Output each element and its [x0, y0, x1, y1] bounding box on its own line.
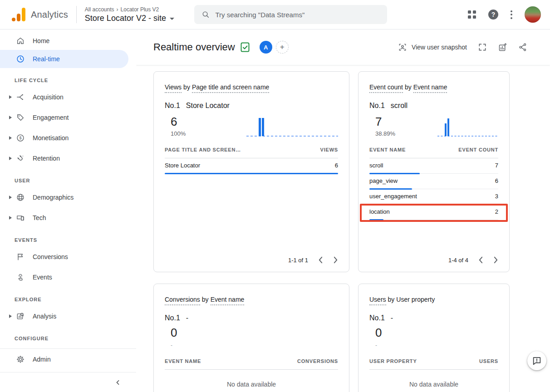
- green-check-doc-icon[interactable]: [241, 42, 250, 52]
- dimension-label[interactable]: Page title and screen name: [192, 83, 269, 93]
- sidebar-item-tech[interactable]: Tech: [0, 207, 136, 228]
- card-conversions: ConversionsbyEvent name No.1 - 0 - EVENT…: [153, 284, 349, 392]
- table-row[interactable]: Store Locator 6: [165, 158, 338, 174]
- collapse-sidebar-icon[interactable]: [114, 379, 122, 386]
- metric-label[interactable]: Conversions: [165, 296, 200, 305]
- row-value: 7: [495, 162, 498, 169]
- svg-text:$: $: [19, 136, 21, 140]
- comparison-chip-a[interactable]: A: [260, 41, 272, 54]
- top-entry: No.1 Store Locator: [165, 102, 338, 110]
- search-input[interactable]: [215, 11, 380, 19]
- view-user-snapshot-button[interactable]: View user snapshot: [398, 43, 467, 52]
- expand-arrow-icon: [9, 157, 12, 160]
- metric-percent: 38.89%: [375, 130, 395, 137]
- flag-icon: [15, 252, 25, 262]
- magnet-icon: [15, 153, 25, 163]
- table-row[interactable]: user_engagement 3: [369, 189, 498, 205]
- search-bar[interactable]: [194, 5, 387, 24]
- devices-icon: [15, 213, 25, 223]
- pagination-label: 1-1 of 1: [288, 257, 308, 264]
- sidebar-item-monetisation[interactable]: $ Monetisation: [0, 127, 136, 148]
- feedback-icon: [532, 356, 542, 366]
- next-page-icon[interactable]: [493, 256, 498, 264]
- property-selector[interactable]: Store Locator V2 - site: [85, 14, 174, 23]
- acquisition-icon: [15, 92, 25, 102]
- add-comparison-button[interactable]: +: [276, 41, 289, 54]
- breadcrumb-current[interactable]: Locator Plus V2: [121, 6, 159, 13]
- user-snapshot-icon: [398, 43, 407, 52]
- sidebar-item-label: Events: [33, 274, 52, 281]
- page-title: Realtime overview: [153, 41, 235, 53]
- row-value: 3: [495, 193, 498, 200]
- prev-page-icon[interactable]: [478, 256, 483, 264]
- help-icon[interactable]: ?: [488, 10, 498, 20]
- fullscreen-icon[interactable]: [478, 43, 487, 52]
- sidebar-item-label: Analysis: [33, 313, 56, 320]
- dimension-label[interactable]: Event name: [211, 296, 245, 305]
- expand-arrow-icon: [9, 136, 12, 140]
- sparkline-chart: [437, 113, 498, 137]
- share-icon[interactable]: [518, 43, 527, 52]
- row-name: page_view: [369, 177, 398, 184]
- column-header-dimension: EVENT NAME: [165, 358, 201, 364]
- sidebar-item-label: Demographics: [33, 194, 74, 201]
- card-title: Event countbyEvent name: [369, 83, 498, 91]
- metric-percent: 100%: [171, 130, 186, 137]
- sidebar-item-label: Conversions: [33, 253, 68, 260]
- metric-value: 7: [375, 115, 395, 128]
- rank-label: No.1: [165, 314, 180, 322]
- sidebar-item-home[interactable]: Home: [0, 32, 136, 50]
- chevron-down-icon: [170, 18, 174, 20]
- metric-value: 0: [375, 326, 382, 339]
- prev-page-icon[interactable]: [318, 256, 323, 264]
- tag-icon: [15, 113, 25, 122]
- rank-value: scroll: [391, 102, 408, 110]
- feedback-button[interactable]: [527, 351, 546, 370]
- breadcrumb-root[interactable]: All accounts: [85, 6, 114, 13]
- rank-label: No.1: [369, 314, 385, 322]
- metric-label[interactable]: Views: [165, 83, 182, 93]
- sidebar: Home Real-time LIFE CYCLE Acquisition En…: [0, 29, 136, 392]
- metric-percent: -: [171, 342, 177, 348]
- top-entry: No.1 -: [165, 314, 338, 322]
- table-row[interactable]: scroll 7: [369, 158, 498, 174]
- dimension-label[interactable]: Event name: [413, 83, 447, 93]
- metric-label[interactable]: Event count: [369, 83, 403, 93]
- rank-value: -: [186, 314, 188, 322]
- touch-icon: [15, 272, 25, 282]
- top-app-bar: Analytics All accounts › Locator Plus V2…: [0, 0, 550, 29]
- expand-arrow-icon: [9, 216, 12, 220]
- sidebar-item-engagement[interactable]: Engagement: [0, 107, 136, 127]
- sidebar-item-events[interactable]: Events: [0, 267, 136, 287]
- sidebar-item-demographics[interactable]: Demographics: [0, 187, 136, 207]
- sidebar-item-label: Retention: [33, 155, 60, 162]
- metric-percent: -: [375, 342, 382, 348]
- sidebar-item-realtime[interactable]: Real-time: [0, 50, 128, 68]
- sidebar-item-retention[interactable]: Retention: [0, 148, 136, 168]
- pagination: 1-4 of 4: [448, 256, 498, 264]
- table-row[interactable]: page_view 6: [369, 174, 498, 189]
- metric-value: 0: [171, 326, 177, 339]
- sidebar-section-explore: EXPLORE: [0, 287, 136, 306]
- card-users-by-property: UsersbyUser property No.1 - 0 - USER PRO…: [358, 284, 510, 392]
- sidebar-item-acquisition[interactable]: Acquisition: [0, 87, 136, 107]
- sidebar-item-conversions[interactable]: Conversions: [0, 246, 136, 267]
- title-connector: by: [388, 296, 395, 303]
- sidebar-collapse-bar: [0, 372, 136, 392]
- next-page-icon[interactable]: [333, 256, 338, 264]
- breadcrumb-separator-icon: ›: [117, 6, 118, 13]
- insights-icon[interactable]: [498, 43, 507, 52]
- rank-value: -: [391, 314, 393, 322]
- sidebar-item-admin[interactable]: Admin: [0, 349, 136, 369]
- metric-label[interactable]: Users: [369, 296, 386, 305]
- sidebar-item-label: Real-time: [33, 55, 60, 63]
- kebab-menu-icon[interactable]: [511, 10, 512, 19]
- avatar[interactable]: [525, 6, 541, 23]
- column-header-dimension: PAGE TITLE AND SCREEN…: [165, 147, 241, 152]
- apps-grid-icon[interactable]: [468, 10, 476, 19]
- account-breadcrumb-block: All accounts › Locator Plus V2 Store Loc…: [85, 6, 174, 23]
- table-row-highlighted[interactable]: location 2: [369, 205, 498, 220]
- card-views-by-page-title: ViewsbyPage title and screen name No.1 S…: [153, 71, 349, 272]
- sidebar-item-analysis[interactable]: Analysis: [0, 306, 136, 326]
- clock-icon: [15, 54, 25, 64]
